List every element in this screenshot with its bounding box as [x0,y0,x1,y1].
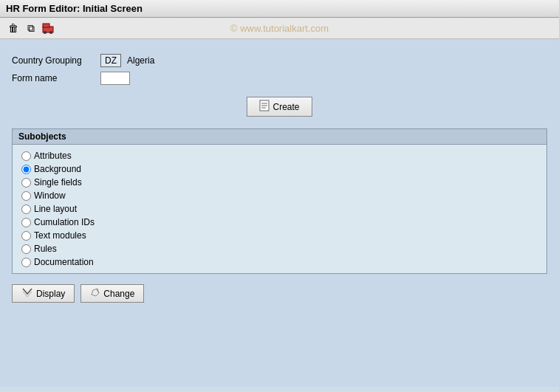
label-text-modules: Text modules [34,230,86,241]
country-grouping-label: Country Grouping [12,55,100,66]
radio-single-fields[interactable] [21,178,31,188]
change-button-label: Change [103,289,134,299]
title-bar: HR Form Editor: Initial Screen [0,0,559,18]
svg-point-3 [49,31,52,34]
form-name-label: Form name [12,73,100,83]
display-button-label: Display [36,289,65,299]
label-documentation: Documentation [34,257,94,267]
delete-icon[interactable]: 🗑 [6,21,21,35]
display-icon [21,287,33,300]
label-cumulation-ids: Cumulation IDs [34,217,95,227]
subobjects-title: Subobjects [13,129,546,145]
label-window: Window [34,190,66,201]
subobjects-body: Attributes Background Single fields Wind… [13,145,546,273]
list-item: Line layout [21,204,538,214]
radio-background[interactable] [21,165,31,174]
radio-documentation[interactable] [21,258,31,267]
change-icon [90,287,100,300]
radio-window[interactable] [21,191,31,201]
radio-rules[interactable] [21,244,31,254]
label-attributes: Attributes [34,151,72,161]
copy-icon[interactable]: ⧉ [24,21,38,35]
list-item: Cumulation IDs [21,217,538,227]
list-item: Text modules [21,230,538,241]
form-name-row: Form name [12,72,547,85]
svg-rect-1 [43,24,49,27]
form-name-input[interactable] [100,72,130,85]
create-button-label: Create [272,102,299,112]
country-grouping-row: Country Grouping Algeria [12,54,547,67]
window-title: HR Form Editor: Initial Screen [6,3,143,14]
list-item: Documentation [21,257,538,267]
label-line-layout: Line layout [34,204,77,214]
radio-text-modules[interactable] [21,231,31,241]
create-icon [259,100,270,114]
list-item: Single fields [21,177,538,188]
list-item: Background [21,164,538,174]
watermark: © www.tutorialkart.com [230,23,329,34]
radio-cumulation-ids[interactable] [21,218,31,227]
subobjects-panel: Subobjects Attributes Background Single … [12,128,547,274]
form-section: Country Grouping Algeria Form name [12,54,547,85]
svg-point-2 [44,31,47,34]
display-button[interactable]: Display [12,284,75,303]
country-name: Algeria [127,55,154,66]
radio-line-layout[interactable] [21,204,31,214]
label-single-fields: Single fields [34,177,82,188]
country-grouping-input[interactable] [100,54,121,67]
label-background: Background [34,164,81,174]
main-content: Country Grouping Algeria Form name Creat… [0,39,559,387]
list-item: Window [21,190,538,201]
bottom-buttons: Display Change [12,284,547,303]
list-item: Attributes [21,151,538,161]
label-rules: Rules [34,244,57,254]
create-button[interactable]: Create [247,97,312,117]
list-item: Rules [21,244,538,254]
create-button-row: Create [12,97,547,117]
change-button[interactable]: Change [80,284,144,303]
transport-icon[interactable] [41,21,56,35]
radio-attributes[interactable] [21,151,31,161]
toolbar: 🗑 ⧉ © www.tutorialkart.com [0,18,559,39]
